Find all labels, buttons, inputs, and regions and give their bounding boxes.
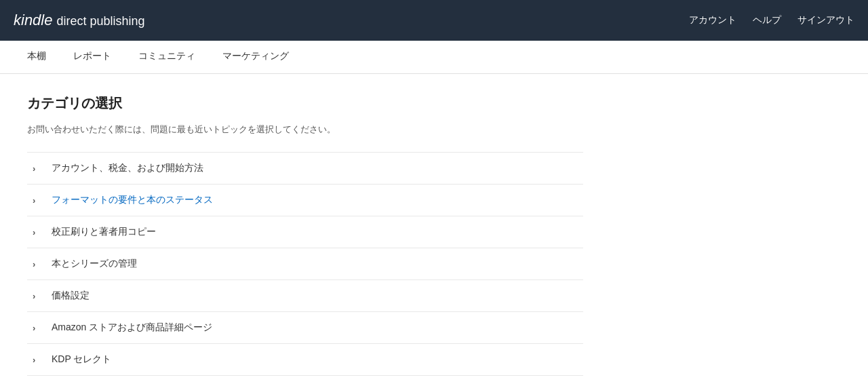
chevron-icon-series: › xyxy=(33,259,41,269)
logo: kindle direct publishing xyxy=(14,12,145,29)
page-title: カテゴリの選択 xyxy=(27,94,583,113)
category-list: ›アカウント、税金、および開始方法›フォーマットの要件と本のステータス›校正刷り… xyxy=(27,152,583,386)
help-link[interactable]: ヘルプ xyxy=(753,14,781,26)
page-description: お問い合わせいただく際には、問題に最も近いトピックを選択してください。 xyxy=(27,123,583,136)
category-item-pricing[interactable]: ›価格設定 xyxy=(27,280,583,312)
category-label-series: 本とシリーズの管理 xyxy=(52,258,137,270)
chevron-icon-format: › xyxy=(33,195,41,206)
category-label-amazon: Amazon ストアおよび商品詳細ページ xyxy=(52,322,212,334)
chevron-icon-account: › xyxy=(33,163,41,174)
account-link[interactable]: アカウント xyxy=(689,14,736,26)
header-nav: アカウント ヘルプ サインアウト xyxy=(689,14,854,26)
chevron-icon-kdpselect: › xyxy=(33,355,41,365)
logo-kindle: kindle xyxy=(14,12,52,29)
topnav-bookshelf[interactable]: 本棚 xyxy=(14,41,60,73)
category-item-format[interactable]: ›フォーマットの要件と本のステータス xyxy=(27,185,583,216)
header: kindle direct publishing アカウント ヘルプ サインアウ… xyxy=(0,0,868,41)
logo-rest: direct publishing xyxy=(56,14,144,28)
topnav-community[interactable]: コミュニティ xyxy=(125,41,209,73)
category-item-account[interactable]: ›アカウント、税金、および開始方法 xyxy=(27,152,583,185)
topnav-marketing[interactable]: マーケティング xyxy=(209,41,302,73)
main-content: カテゴリの選択 お問い合わせいただく際には、問題に最も近いトピックを選択してくだ… xyxy=(0,74,610,386)
category-item-payment[interactable]: ›支払いと販売レポート xyxy=(27,376,583,386)
category-item-proof[interactable]: ›校正刷りと著者用コピー xyxy=(27,216,583,248)
chevron-icon-proof: › xyxy=(33,227,41,237)
topnav: 本棚 レポート コミュニティ マーケティング xyxy=(0,41,868,74)
category-label-format: フォーマットの要件と本のステータス xyxy=(52,194,213,206)
category-item-kdpselect[interactable]: ›KDP セレクト xyxy=(27,344,583,376)
category-label-proof: 校正刷りと著者用コピー xyxy=(52,226,156,238)
category-item-series[interactable]: ›本とシリーズの管理 xyxy=(27,248,583,280)
category-label-kdpselect: KDP セレクト xyxy=(52,353,111,366)
topnav-report[interactable]: レポート xyxy=(60,41,125,73)
chevron-icon-amazon: › xyxy=(33,323,41,333)
category-item-amazon[interactable]: ›Amazon ストアおよび商品詳細ページ xyxy=(27,312,583,344)
category-label-account: アカウント、税金、および開始方法 xyxy=(52,162,203,174)
category-label-pricing: 価格設定 xyxy=(52,290,90,302)
chevron-icon-pricing: › xyxy=(33,291,41,301)
signout-link[interactable]: サインアウト xyxy=(797,14,854,26)
